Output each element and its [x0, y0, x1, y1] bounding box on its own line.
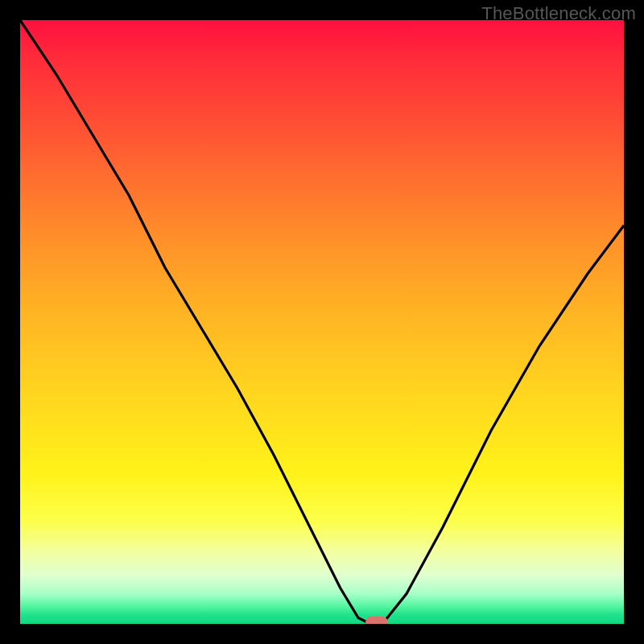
bottleneck-curve	[20, 20, 624, 624]
minimum-marker	[365, 617, 388, 624]
chart-frame: TheBottleneck.com	[0, 0, 644, 644]
watermark-text: TheBottleneck.com	[481, 3, 636, 24]
plot-area	[20, 20, 624, 624]
